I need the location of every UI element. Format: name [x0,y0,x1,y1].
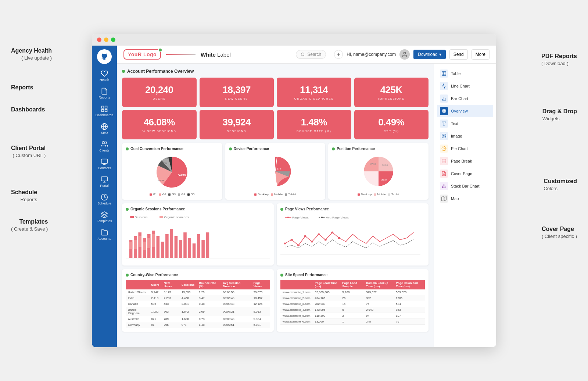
table-row: United Kingdom1,0529031,8422.0900:07:218… [126,307,270,316]
svg-point-65 [318,234,320,235]
svg-rect-7 [101,159,108,164]
svg-rect-70 [442,72,446,76]
user-email: Hi, name@company.com [347,52,396,57]
browser-titlebar [92,34,496,46]
sidebar-item-seo[interactable]: SEO [94,121,115,137]
device-legend: Desktop Mobile Tablet [254,193,296,196]
col-sample: Page Load Sample [340,280,364,289]
app-layout: Health Reports Dashboards [92,46,496,347]
svg-rect-94 [442,186,443,186]
col-domain-lookup: Domain Lookup Time (ms) [364,280,394,289]
table-row: www.example_1.com52,969,3035,268349,5275… [280,289,425,295]
col-download-time: Page Download Time (ms) [394,280,425,289]
sidebar-item-dashboards[interactable]: Dashboards [94,103,115,119]
table-row: www.example_5.com115,302294107 [280,313,425,319]
svg-text:72.89%: 72.89% [178,174,187,176]
sidebar-item-contacts[interactable]: Contacts [94,156,115,172]
svg-rect-38 [147,238,151,248]
widget-pie-chart[interactable]: Pie Chart [437,142,493,155]
widget-line-chart[interactable]: Line Chart [437,80,493,92]
metric-users: 20,240 USERS [122,78,197,107]
sidebar-home-icon[interactable] [97,49,112,64]
widget-stack-bar-chart[interactable]: Stack Bar Chart [437,180,493,192]
svg-rect-80 [444,111,446,113]
widget-overview[interactable]: Overview [437,105,493,117]
svg-text:11.93%: 11.93% [157,179,164,182]
widget-cover-page[interactable]: Cover Page [437,167,493,180]
sitespeed-table: Page Load Time (ms) Page Load Sample Dom… [280,280,425,325]
device-pie-container: 172 Desktop [229,154,322,196]
svg-rect-36 [143,242,146,250]
download-button[interactable]: Download ▾ [413,50,445,59]
add-button[interactable]: + [334,50,343,59]
svg-point-61 [291,239,293,241]
sidebar-item-clients[interactable]: Clients [94,138,115,154]
sidebar-item-schedule[interactable]: Schedule [94,191,115,207]
table-row: India2,4132,2334,4583.4700:06:4818,452 [126,295,270,301]
sidebar-label-accounts: Accounts [97,237,111,241]
legend-item: G3 [168,193,176,196]
organic-chart-title: Organic Sessions Performance [126,207,270,211]
sidebar-item-reports[interactable]: Reports [94,85,115,102]
svg-rect-47 [183,232,187,258]
window-maximize-dot[interactable] [111,38,115,42]
bar-chart-icon [440,95,448,103]
sidebar-item-portal[interactable]: Portal [94,174,115,190]
sidebar-item-accounts[interactable]: Accounts [94,227,115,243]
sidebar-label-seo: SEO [101,131,108,135]
widget-bar-chart[interactable]: Bar Chart [437,92,493,105]
sidebar-item-health[interactable]: Health [94,68,115,84]
topbar-actions: + Hi, name@company.com Download ▾ Send [334,49,490,60]
svg-rect-8 [101,177,108,181]
svg-point-15 [404,52,406,54]
svg-rect-78 [442,109,444,111]
widget-map[interactable]: Map [437,192,493,205]
window-close-dot[interactable] [97,38,101,42]
country-table-card: Country-Wise Performance Users New Users [122,269,274,332]
legend-item: G2 [159,193,166,196]
sidebar-item-templates[interactable]: Templates [94,209,115,225]
widget-image[interactable]: Image [437,130,493,142]
svg-rect-43 [165,234,169,258]
sidebar-label-reports: Reports [98,96,110,99]
more-button[interactable]: More [472,49,490,60]
svg-rect-45 [175,236,178,258]
pageviews-line-chart: Page Views Avg Page Views [280,214,425,262]
table-row: Canada5064332,0310.4800:09:4812,126 [126,301,270,307]
legend-item: Mobile [271,193,283,196]
legend-item: G5 [187,193,195,196]
svg-text:Organic searches: Organic searches [164,216,189,219]
col-pageviews: Page Views [251,280,270,289]
table-icon [440,70,448,78]
svg-rect-2 [105,110,107,112]
widget-table[interactable]: Table [437,67,493,80]
search-icon [301,52,305,57]
svg-rect-46 [179,240,182,258]
svg-rect-25 [130,216,134,218]
table-row: www.example_4.com143,09562,943843 [280,307,425,313]
svg-rect-40 [152,234,155,247]
map-icon [440,195,448,203]
table-row: Australia8717891,6080.7300:09:489,334 [126,316,270,322]
widget-text[interactable]: Text [437,117,493,130]
annotation-reports: Reports [11,83,33,92]
widget-page-break[interactable]: Page Break [437,155,493,167]
svg-line-14 [304,55,305,56]
svg-rect-95 [444,184,444,186]
logo-status-dot [158,48,162,52]
svg-rect-52 [206,232,209,258]
main-content: YouR Logo White Label Search + [117,46,496,347]
search-box[interactable]: Search [296,50,326,59]
white-label-text: White Label [201,51,231,58]
topbar: YouR Logo White Label Search + [117,46,496,64]
send-button[interactable]: Send [449,49,468,60]
annotation-client-portal: Client Portal ( Custom URL ) [11,144,46,159]
svg-text:5.08%: 5.08% [161,162,168,164]
annotation-drag-drop: Drag & Drop Widgets [542,107,577,122]
window-minimize-dot[interactable] [104,38,108,42]
line-chart-icon [440,82,448,90]
sidebar-label-templates: Templates [97,219,112,223]
device-pie-chart: 172 [255,154,295,190]
goal-legend: G1 G2 G3 [150,193,194,196]
goal-chart-title: Goal Conversion Performance [126,147,219,151]
